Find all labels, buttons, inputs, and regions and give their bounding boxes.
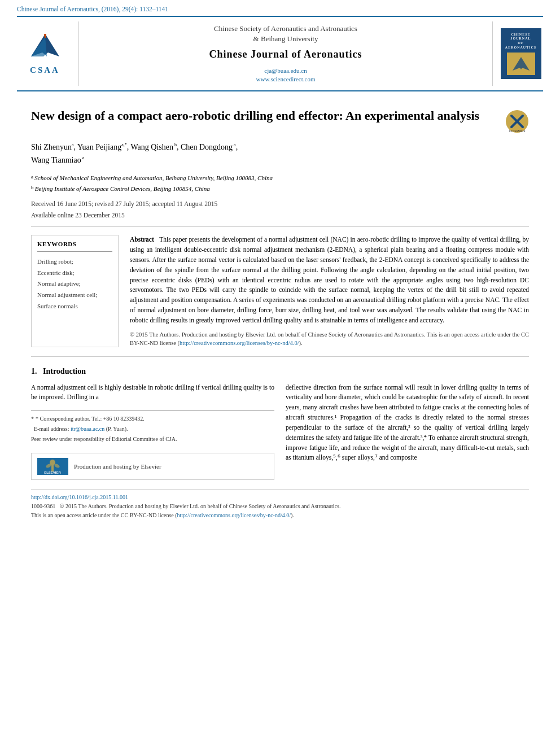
section-title: 1. Introduction	[31, 366, 529, 377]
abstract-copyright: © 2015 The Authors. Production and hosti…	[130, 330, 529, 347]
header-center: Chinese Society of Aeronautics and Astro…	[79, 21, 492, 86]
abstract-label: Abstract	[130, 236, 154, 243]
header-journal-name: Chinese Journal of Aeronautics	[209, 47, 362, 62]
csaa-logo-block: CSAA	[17, 21, 79, 86]
footnote-peer-review: Peer review under responsibility of Edit…	[31, 435, 274, 444]
bottom-copyright-line: 1000-9361 © 2015 The Authors. Production…	[31, 502, 529, 511]
elsevier-footer-block: ELSEVIER Production and hosting by Elsev…	[31, 453, 274, 480]
article-title: New design of a compact aero-robotic dri…	[31, 107, 505, 124]
introduction-section: 1. Introduction A normal adjustment cell…	[31, 366, 529, 480]
svg-marker-1	[31, 37, 47, 56]
bottom-copyright-text: © 2015 The Authors. Production and hosti…	[60, 503, 341, 509]
abstract-section: KEYWORDS Drilling robot; Eccentric disk;…	[31, 235, 529, 357]
csaa-text: CSAA	[30, 64, 60, 76]
authors-block: Shi Zhenyuna, Yuan Peijianga,*, Wang Qis…	[31, 141, 529, 167]
keyword-1: Drilling robot;	[37, 256, 112, 268]
keyword-3: Normal adaptive;	[37, 278, 112, 290]
footnote-email: E-mail address: itr@buaa.ac.cn (P. Yuan)…	[31, 425, 274, 434]
keywords-title: KEYWORDS	[37, 240, 112, 251]
abstract-body: Abstract This paper presents the develop…	[130, 235, 529, 325]
svg-text:CrossMark: CrossMark	[509, 129, 526, 133]
header-org: Chinese Society of Aeronautics and Astro…	[214, 24, 357, 44]
journal-cover-image: CHINESEJOURNALOFAERONAUTICS	[501, 28, 541, 79]
available-date: Available online 23 December 2015	[31, 210, 529, 221]
elsevier-production-text: Production and hosting by Elsevier	[74, 462, 161, 471]
svg-marker-3	[513, 57, 530, 71]
intro-para-right: deflective direction from the surface no…	[286, 383, 529, 464]
received-date: Received 16 June 2015; revised 27 July 2…	[31, 199, 529, 210]
footnote-email-link[interactable]: itr@buaa.ac.cn	[71, 425, 104, 434]
svg-text:ELSEVIER: ELSEVIER	[44, 471, 61, 474]
affiliation-a: a School of Mechanical Engineering and A…	[31, 173, 529, 183]
keyword-4: Normal adjustment cell;	[37, 290, 112, 301]
footnote-corresponding: * * Corresponding author. Tel.: +86 10 8…	[31, 414, 274, 423]
abstract-text: This paper presents the development of a…	[130, 236, 529, 324]
doi-line: http://dx.doi.org/10.1016/j.cja.2015.11.…	[31, 493, 529, 502]
intro-two-col: A normal adjustment cell is highly desir…	[31, 383, 529, 480]
keyword-2: Eccentric disk;	[37, 268, 112, 279]
citation-text: Chinese Journal of Aeronautics, (2016), …	[17, 6, 168, 12]
doi-link[interactable]: http://dx.doi.org/10.1016/j.cja.2015.11.…	[31, 494, 128, 500]
header-links: cja@buaa.edu.cn www.sciencedirect.com	[256, 67, 316, 84]
bottom-license-link[interactable]: http://creativecommons.org/licenses/by-n…	[177, 512, 291, 518]
author-3: Wang Qishen b,	[130, 143, 180, 151]
elsevier-logo: ELSEVIER	[37, 458, 68, 475]
journal-cover-block: CHINESEJOURNALOFAERONAUTICS	[492, 21, 543, 86]
elsevier-logo-icon: ELSEVIER	[37, 458, 68, 475]
journal-citation: Chinese Journal of Aeronautics, (2016), …	[0, 0, 560, 16]
bottom-license-line: This is an open access article under the…	[31, 511, 529, 520]
journal-header: CSAA Chinese Society of Aeronautics and …	[17, 16, 543, 91]
author-1: Shi Zhenyuna,	[31, 143, 77, 151]
cover-decorative-icon	[510, 55, 532, 73]
crossmark-logo: CrossMark	[505, 110, 529, 133]
article-dates: Received 16 June 2015; revised 27 July 2…	[31, 199, 529, 227]
author-2: Yuan Peijianga,*,	[77, 143, 130, 151]
affiliations-block: a School of Mechanical Engineering and A…	[31, 173, 529, 193]
csaa-logo: CSAA	[25, 31, 65, 76]
keywords-box: KEYWORDS Drilling robot; Eccentric disk;…	[31, 235, 119, 347]
article-title-section: New design of a compact aero-robotic dri…	[31, 107, 529, 133]
csaa-plane-icon	[25, 31, 65, 62]
intro-para-1: A normal adjustment cell is highly desir…	[31, 383, 274, 403]
keyword-5: Surface normals	[37, 301, 112, 312]
intro-col-left: A normal adjustment cell is highly desir…	[31, 383, 274, 480]
abstract-block: Abstract This paper presents the develop…	[130, 235, 529, 347]
intro-col-right: deflective direction from the surface no…	[286, 383, 529, 480]
keywords-list: Drilling robot; Eccentric disk; Normal a…	[37, 256, 112, 312]
bottom-footer: http://dx.doi.org/10.1016/j.cja.2015.11.…	[31, 489, 529, 520]
footnotes-block: * * Corresponding author. Tel.: +86 10 8…	[31, 410, 274, 444]
affiliation-b: b Beijing Institute of Aerospace Control…	[31, 184, 529, 194]
abstract-license-link[interactable]: http://creativecommons.org/licenses/by-n…	[180, 340, 299, 346]
header-website: www.sciencedirect.com	[256, 76, 316, 82]
crossmark-icon: CrossMark	[505, 110, 529, 133]
header-email: cja@buaa.edu.cn	[264, 67, 307, 74]
main-content: New design of a compact aero-robotic dri…	[0, 91, 560, 531]
author-4: Chen Dongdong a,	[181, 143, 238, 151]
author-5: Wang Tianmiao a	[31, 156, 84, 164]
